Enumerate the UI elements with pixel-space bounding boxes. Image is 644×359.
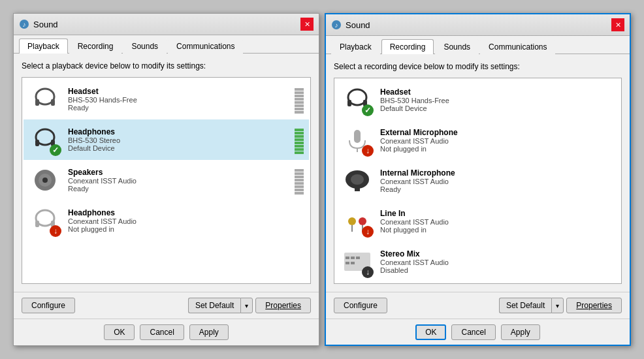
svg-rect-23 — [355, 187, 360, 191]
right-device-stereo-mix-status: Disabled — [380, 266, 615, 274]
left-title-bar-left: ♪ Sound — [19, 19, 58, 29]
gbar2 — [295, 132, 304, 134]
right-configure-button[interactable]: Configure — [334, 298, 387, 313]
right-device-headset-status: Default Device — [380, 104, 615, 112]
left-device-list: Headset BHS-530 Hands-Free Ready — [22, 77, 311, 284]
svg-text:♪: ♪ — [23, 21, 26, 28]
right-device-list: ✓ Headset BHS-530 Hands-Free Default Dev… — [334, 78, 622, 284]
right-device-headset[interactable]: ✓ Headset BHS-530 Hands-Free Default Dev… — [336, 80, 620, 120]
right-cancel-button[interactable]: Cancel — [451, 324, 495, 340]
left-footer-left: Configure — [22, 298, 75, 313]
left-cancel-button[interactable]: Cancel — [140, 324, 184, 340]
right-apply-button[interactable]: Apply — [501, 324, 540, 340]
left-device-headphones2[interactable]: ↓ Headphones Conexant ISST Audio Not plu… — [24, 200, 309, 241]
left-device-headset[interactable]: Headset BHS-530 Hands-Free Ready — [24, 79, 309, 119]
sbar6 — [295, 185, 304, 188]
left-footer: Configure Set Default ▾ Properties — [14, 292, 319, 319]
left-tabs: Playback Recording Sounds Communications — [14, 35, 319, 54]
left-tab-communications[interactable]: Communications — [168, 39, 243, 54]
right-tab-communications[interactable]: Communications — [480, 39, 555, 54]
bar3 — [295, 95, 304, 97]
right-device-headset-name: Headset — [380, 87, 615, 97]
right-title-bar: ♪ Sound ✕ — [326, 14, 630, 36]
gbar7 — [295, 148, 304, 151]
left-device-speakers-name: Speakers — [68, 168, 288, 177]
right-tab-sounds[interactable]: Sounds — [435, 39, 479, 54]
right-tab-playback[interactable]: Playback — [331, 39, 380, 54]
left-tab-recording[interactable]: Recording — [69, 39, 122, 54]
right-device-line-in-icon-wrap: ↓ — [341, 205, 374, 238]
bar1 — [295, 88, 304, 91]
left-device-headset-name: Headset — [68, 87, 288, 96]
sbar7 — [295, 189, 304, 191]
bar6 — [295, 104, 304, 107]
right-properties-button[interactable]: Properties — [566, 298, 622, 313]
right-device-line-in-info: Line In Conexant ISST Audio Not plugged … — [380, 209, 615, 234]
right-set-default-split: Set Default ▾ — [499, 298, 564, 313]
bar5 — [295, 101, 304, 104]
gbar5 — [295, 142, 304, 144]
right-device-ext-mic-name: External Microphone — [380, 128, 615, 137]
gbar1 — [295, 129, 304, 131]
left-close-button[interactable]: ✕ — [300, 18, 314, 31]
left-device-headphones2-name: Headphones — [68, 208, 304, 217]
svg-rect-3 — [35, 99, 39, 106]
right-device-ext-mic-desc: Conexant ISST Audio — [380, 137, 615, 145]
bar4 — [295, 98, 304, 101]
left-bottom-buttons: OK Cancel Apply — [14, 319, 319, 345]
gbar4 — [295, 138, 304, 141]
svg-text:♪: ♪ — [335, 22, 338, 29]
left-speakers-bars — [295, 166, 304, 195]
sbar1 — [295, 169, 304, 172]
left-device-headset-status: Ready — [68, 104, 288, 112]
right-device-headset-icon-wrap: ✓ — [341, 84, 374, 116]
left-device-speakers[interactable]: Speakers Conexant ISST Audio Ready — [24, 160, 309, 200]
svg-point-25 — [359, 217, 366, 225]
right-ok-button[interactable]: OK — [415, 324, 446, 340]
headset-icon — [31, 85, 59, 114]
left-device-headphones-name: Headphones — [68, 127, 288, 136]
left-tab-sounds[interactable]: Sounds — [123, 39, 167, 54]
bar7 — [295, 108, 304, 110]
left-tab-playback[interactable]: Playback — [19, 39, 68, 54]
left-headset-bars — [295, 85, 304, 114]
left-apply-button[interactable]: Apply — [189, 324, 229, 340]
right-close-button[interactable]: ✕ — [611, 18, 624, 31]
right-device-stereo-mix-info: Stereo Mix Conexant ISST Audio Disabled — [380, 249, 615, 274]
right-device-line-in[interactable]: ↓ Line In Conexant ISST Audio Not plugge… — [336, 201, 620, 242]
left-device-headphones[interactable]: ✓ Headphones BHS-530 Stereo Default Devi… — [24, 119, 309, 160]
right-tab-recording[interactable]: Recording — [381, 39, 434, 54]
left-set-default-button[interactable]: Set Default — [188, 298, 240, 313]
left-description: Select a playback device below to modify… — [22, 61, 311, 70]
left-properties-button[interactable]: Properties — [255, 298, 311, 313]
left-ok-button[interactable]: OK — [104, 324, 135, 340]
left-set-default-arrow[interactable]: ▾ — [240, 298, 253, 313]
line-in-badge-red: ↓ — [362, 226, 374, 238]
sound-icon-right: ♪ — [331, 20, 342, 30]
left-device-headphones2-icon-wrap: ↓ — [29, 204, 61, 237]
left-device-speakers-icon-wrap — [29, 164, 61, 196]
right-device-line-in-status: Not plugged in — [380, 226, 615, 234]
right-device-stereo-mix-icon-wrap: ↓ — [341, 245, 374, 278]
bar8 — [295, 111, 304, 114]
right-set-default-arrow[interactable]: ▾ — [551, 298, 564, 313]
right-dialog-body: Select a recording device below to modif… — [326, 54, 630, 292]
right-device-ext-mic-icon-wrap: ↓ — [341, 124, 374, 157]
svg-rect-6 — [35, 140, 39, 146]
gbar8 — [295, 151, 304, 154]
left-device-headphones2-status: Not plugged in — [68, 225, 304, 233]
svg-rect-29 — [346, 257, 349, 259]
right-device-ext-mic[interactable]: ↓ External Microphone Conexant ISST Audi… — [336, 120, 620, 161]
left-device-headset-info: Headset BHS-530 Hands-Free Ready — [68, 87, 288, 112]
left-set-default-split: Set Default ▾ — [188, 298, 253, 313]
left-configure-button[interactable]: Configure — [22, 298, 75, 313]
right-device-stereo-mix[interactable]: ↓ Stereo Mix Conexant ISST Audio Disable… — [336, 242, 620, 282]
right-device-line-in-name: Line In — [380, 209, 615, 218]
right-set-default-button[interactable]: Set Default — [499, 298, 551, 313]
right-title-text: Sound — [346, 20, 370, 30]
left-dialog-body: Select a playback device below to modify… — [14, 54, 319, 292]
headphones2-badge-red: ↓ — [50, 225, 61, 237]
left-device-headphones2-info: Headphones Conexant ISST Audio Not plugg… — [68, 208, 304, 233]
right-device-int-mic[interactable]: Internal Microphone Conexant ISST Audio … — [336, 161, 620, 201]
svg-rect-19 — [354, 130, 361, 143]
